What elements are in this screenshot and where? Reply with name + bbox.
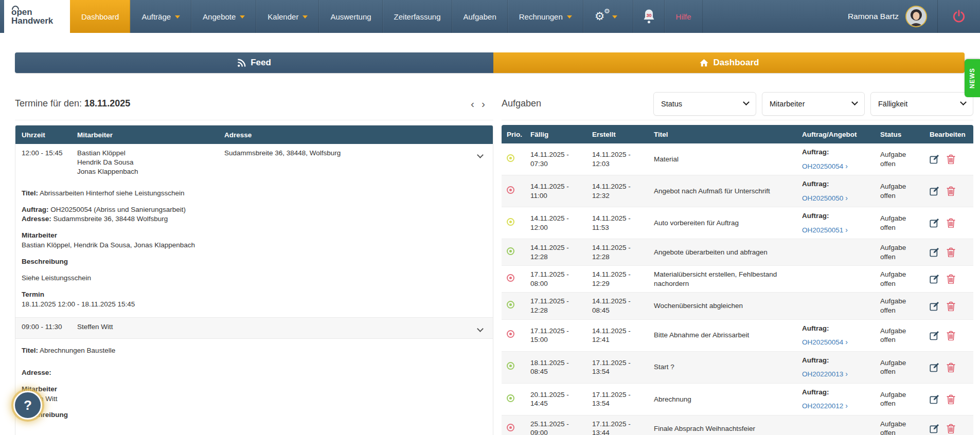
aufgabe-status: Aufgabe offen [880,297,930,315]
edit-icon[interactable] [930,424,939,433]
trash-icon[interactable] [947,331,955,340]
trash-icon[interactable] [947,247,955,257]
aufgabe-status: Aufgabe offen [880,390,930,408]
trash-icon[interactable] [947,274,955,284]
nav-item-auftraege[interactable]: Aufträge [130,0,191,33]
aufgabe-erstellt: 17.11.2025 - 13:44 [592,420,654,435]
dashboard-title: Dashboard [714,58,759,68]
nav-item-auswertung[interactable]: Auswertung [319,0,382,33]
detail-beschreibung [22,427,487,435]
edit-icon[interactable] [930,394,939,404]
caret-down-icon [567,15,572,19]
trash-icon[interactable] [947,394,955,404]
faelligkeit-filter-select[interactable]: Fälligkeit [870,92,973,116]
settings-menu-button[interactable]: ⚙ ⚙ [583,0,633,33]
next-day-button[interactable]: › [482,98,485,109]
caret-down-icon [240,15,245,19]
aufgabe-erstellt: 17.11.2025 - 13:54 [592,358,654,376]
nav-item-angebote[interactable]: Angebote [191,0,256,33]
col-faellig: Fällig [530,131,592,138]
edit-icon[interactable] [930,186,939,196]
nav-item-dashboard[interactable]: Dashboard [70,0,130,33]
auftrag-link[interactable]: OH20250050› [802,193,848,203]
col-uhrzeit: Uhrzeit [22,131,77,139]
chevron-down-icon [960,99,967,105]
nav-item-rechnungen[interactable]: Rechnungen [508,0,583,33]
auftrag-link[interactable]: OH20220012› [802,401,848,411]
trash-icon[interactable] [947,154,955,164]
termine-header: Termine für den: 18.11.2025 ‹ › [15,87,493,120]
appointment-time: 12:00 - 15:45 [22,149,77,177]
mitarbeiter-filter-select[interactable]: Mitarbeiter [762,92,865,116]
col-prio: Prio. [507,131,530,138]
aufgabe-status: Aufgabe offen [880,150,930,168]
trash-icon[interactable] [947,301,955,311]
logout-button[interactable] [937,0,980,33]
power-icon [952,10,966,23]
user-menu[interactable]: Ramona Bartz [848,6,937,27]
termine-table: Uhrzeit Mitarbeiter Adresse 12:00 - 15:4… [15,125,493,435]
appointment-row[interactable]: 12:00 - 15:45 Bastian Klöppel Hendrik Da… [15,144,493,182]
app-logo[interactable]: open Handwerk [4,0,70,33]
chevron-down-icon[interactable] [477,325,484,332]
trash-icon[interactable] [947,424,955,433]
aufgabe-faellig: 14.11.2025 - 12:00 [530,214,592,232]
aufgaben-table-row: 20.11.2025 - 14:45 17.11.2025 - 13:54 Ab… [502,384,973,415]
news-tab[interactable]: NEWS [965,59,980,97]
auftrag-link[interactable]: OH20250054› [802,337,848,347]
appointment-details: Titel: Abrissarbeiten Hinterhof siehe Le… [15,182,493,317]
aufgabe-faellig: 17.11.2025 - 15:00 [530,327,592,345]
detail-mitarbeiter: Steffen Witt [22,394,487,404]
dashboard-panel-header[interactable]: Dashboard [493,52,965,73]
chevron-right-icon: › [845,162,848,170]
appointment-row[interactable]: 09:00 - 11:30 Steffen Witt [15,317,493,339]
detail-termin: 18.11.2025 12:00 - 18.11.2025 15:45 [22,300,487,310]
edit-icon[interactable] [930,154,939,164]
col-titel: Titel [654,131,802,138]
auftrag-link[interactable]: OH20220013› [802,369,848,379]
edit-icon[interactable] [930,274,939,284]
chevron-right-icon: › [845,370,848,378]
aufgaben-table-row: 14.11.2025 - 11:00 14.11.2025 - 12:32 An… [502,175,973,207]
chevron-right-icon: › [845,194,848,202]
aufgabe-titel: Angebote überarbeiten und abfragen [654,248,802,257]
nav-item-kalender[interactable]: Kalender [256,0,319,33]
aufgaben-heading: Aufgaben [502,98,541,109]
gears-icon: ⚙ ⚙ [595,11,605,22]
edit-icon[interactable] [930,301,939,311]
edit-icon[interactable] [930,362,939,372]
help-link[interactable]: Hilfe [665,0,703,33]
edit-icon[interactable] [930,247,939,257]
nav-label: Kalender [268,12,298,21]
support-help-button[interactable]: ? [13,391,42,420]
trash-icon[interactable] [947,186,955,196]
chevron-down-icon[interactable] [477,152,484,158]
auftrag-link[interactable]: OH20250051› [802,225,848,235]
nav-label: Dashboard [81,12,119,21]
auftrag-label: Auftrag: [802,148,873,157]
aufgabe-faellig: 17.11.2025 - 12:28 [530,297,592,315]
col-auftrag-angebot: Auftrag/Angebot [802,131,880,138]
aufgabe-titel: Start ? [654,362,802,372]
feed-panel-header[interactable]: Feed [15,52,493,73]
notifications-button[interactable]: 30 [633,0,665,33]
prev-day-button[interactable]: ‹ [471,98,474,109]
nav-label: Angebote [203,12,236,21]
priority-icon [507,186,514,194]
edit-icon[interactable] [930,331,939,340]
aufgabe-titel: Bitte Abnahme der Abrissarbeit [654,331,802,340]
nav-item-zeiterfassung[interactable]: Zeiterfassung [383,0,452,33]
nav-item-aufgaben[interactable]: Aufgaben [452,0,508,33]
col-mitarbeiter: Mitarbeiter [77,131,224,139]
bell-icon: 30 [642,9,656,24]
trash-icon[interactable] [947,218,955,228]
auftrag-link[interactable]: OH20250054› [802,161,848,171]
trash-icon[interactable] [947,362,955,372]
status-filter-select[interactable]: Status [653,92,756,116]
edit-icon[interactable] [930,218,939,228]
auftrag-label: Auftrag: [802,324,873,333]
termine-heading: Termine für den: 18.11.2025 [15,98,130,109]
aufgabe-faellig: 14.11.2025 - 07:30 [530,150,592,168]
avatar [905,6,927,27]
appointment-mitarbeiter: Steffen Witt [77,322,224,334]
